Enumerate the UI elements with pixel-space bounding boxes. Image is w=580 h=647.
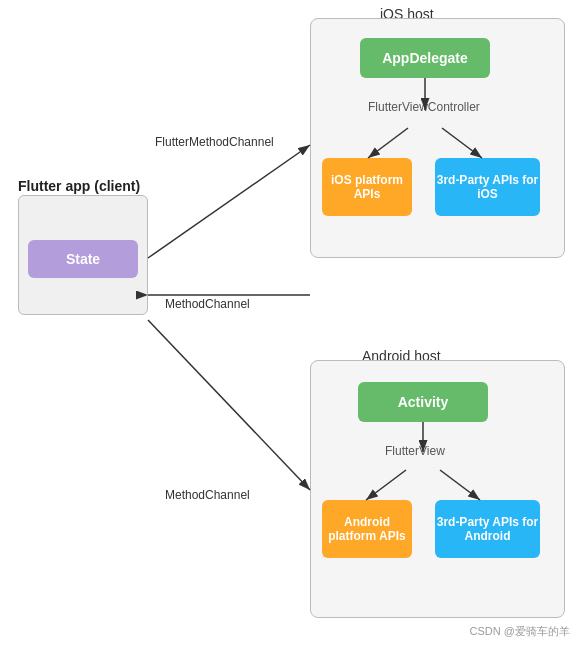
method-channel-label-1: MethodChannel	[165, 297, 250, 311]
state-label: State	[66, 251, 100, 267]
diagram-container: iOS host AppDelegate FlutterViewControll…	[0, 0, 580, 647]
flutter-client-label: Flutter app (client)	[18, 178, 140, 194]
watermark: CSDN @爱骑车的羊	[470, 624, 570, 639]
state-box: State	[28, 240, 138, 278]
method-channel-label-2: MethodChannel	[165, 488, 250, 502]
ios-platform-box: iOS platform APIs	[322, 158, 412, 216]
third-party-android-label: 3rd-Party APIs for Android	[435, 515, 540, 543]
third-party-ios-label: 3rd-Party APIs for iOS	[435, 173, 540, 201]
activity-label: Activity	[398, 394, 449, 410]
android-platform-box: Android platform APIs	[322, 500, 412, 558]
third-party-ios-box: 3rd-Party APIs for iOS	[435, 158, 540, 216]
flutter-view-controller-label: FlutterViewController	[368, 100, 480, 114]
ios-platform-label: iOS platform APIs	[322, 173, 412, 201]
third-party-android-box: 3rd-Party APIs for Android	[435, 500, 540, 558]
flutter-view-label: FlutterView	[385, 444, 445, 458]
app-delegate-label: AppDelegate	[382, 50, 468, 66]
activity-box: Activity	[358, 382, 488, 422]
app-delegate-box: AppDelegate	[360, 38, 490, 78]
android-platform-label: Android platform APIs	[322, 515, 412, 543]
flutter-method-channel-label: FlutterMethodChannel	[155, 135, 274, 149]
